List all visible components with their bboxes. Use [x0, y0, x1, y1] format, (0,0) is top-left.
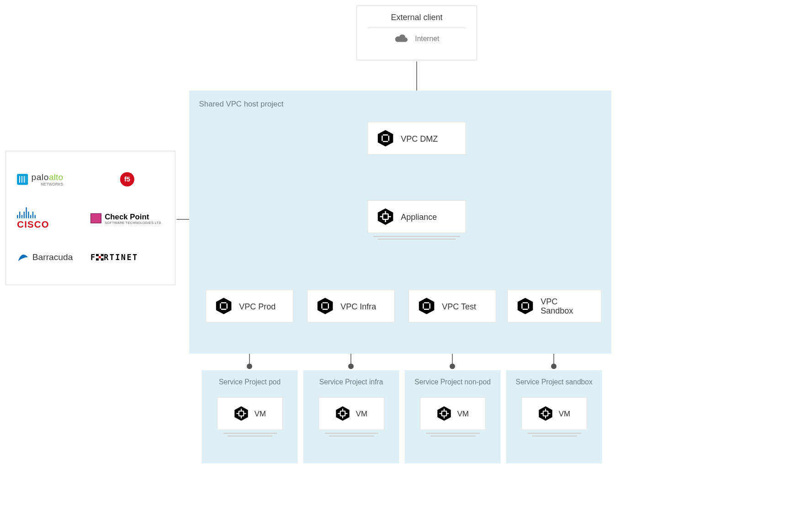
appliance-label: Appliance — [401, 212, 437, 221]
service-project-infra: Service Project infra VM — [303, 370, 399, 463]
paloalto-logo: paloalto NETWORKS — [17, 172, 63, 186]
vpc-sandbox-label: VPC Sandbox — [541, 297, 592, 315]
svg-point-21 — [450, 364, 455, 369]
appliance-node: Appliance — [367, 200, 466, 233]
vpc-sandbox-node: VPC Sandbox — [507, 290, 601, 323]
vpc-icon — [376, 129, 394, 147]
fortinet-logo: FRTINET — [90, 253, 138, 261]
vpc-test-node: VPC Test — [408, 290, 496, 323]
service-project-label: Service Project infra — [303, 378, 399, 386]
vm-label: VM — [356, 409, 367, 418]
vm-label: VM — [457, 409, 469, 418]
vpc-infra-node: VPC Infra — [307, 290, 395, 323]
vpc-dmz-node: VPC DMZ — [367, 122, 466, 154]
service-project-pod: Service Project pod VM — [202, 370, 298, 463]
vendor-logos-box: paloalto NETWORKS f5 CISCO Check Point S… — [5, 151, 175, 285]
vm-icon — [233, 406, 249, 421]
service-project-sandbox: Service Project sandbox VM — [506, 370, 602, 463]
multi-nic-icon — [522, 431, 587, 436]
vm-node: VM — [217, 397, 283, 430]
vm-node: VM — [420, 397, 486, 430]
cisco-logo: CISCO — [17, 206, 49, 230]
external-client-title: External client — [357, 13, 477, 22]
service-project-label: Service Project sandbox — [506, 378, 602, 386]
vpc-icon — [215, 297, 232, 314]
service-project-label: Service Project pod — [202, 378, 298, 386]
vm-label: VM — [559, 409, 570, 418]
multi-nic-icon — [420, 431, 485, 436]
service-project-non-pod: Service Project non-pod VM — [405, 370, 501, 463]
vpc-prod-label: VPC Prod — [239, 301, 276, 310]
vm-icon — [538, 406, 553, 421]
cloud-icon — [394, 33, 408, 43]
vpc-dmz-label: VPC DMZ — [401, 133, 438, 143]
barracuda-logo: Barracuda — [17, 252, 73, 262]
shared-vpc-label: Shared VPC host project — [199, 99, 602, 108]
multi-nic-icon — [217, 431, 282, 436]
vm-node: VM — [521, 397, 587, 430]
svg-point-15 — [247, 364, 252, 369]
vm-node: VM — [318, 397, 384, 430]
svg-point-18 — [348, 364, 354, 369]
divider — [368, 27, 466, 28]
vm-label: VM — [255, 409, 266, 418]
vpc-infra-label: VPC Infra — [340, 301, 376, 310]
multi-nic-icon — [319, 431, 384, 436]
external-client-box: External client Internet — [356, 5, 477, 60]
vpc-icon — [316, 297, 334, 314]
vpc-icon — [418, 297, 435, 314]
vm-icon — [436, 406, 452, 421]
vm-icon — [335, 406, 350, 421]
f5-logo: f5 — [120, 172, 134, 186]
vpc-test-label: VPC Test — [442, 301, 476, 310]
external-client-subtitle: Internet — [415, 34, 439, 43]
checkpoint-logo: Check Point SOFTWARE TECHNOLOGIES LTD. — [90, 212, 162, 224]
vpc-prod-node: VPC Prod — [206, 290, 293, 323]
vpc-icon — [516, 297, 534, 314]
service-project-label: Service Project non-pod — [405, 378, 501, 386]
svg-rect-41 — [99, 256, 101, 258]
appliance-icon — [376, 208, 394, 225]
svg-point-24 — [551, 364, 557, 369]
